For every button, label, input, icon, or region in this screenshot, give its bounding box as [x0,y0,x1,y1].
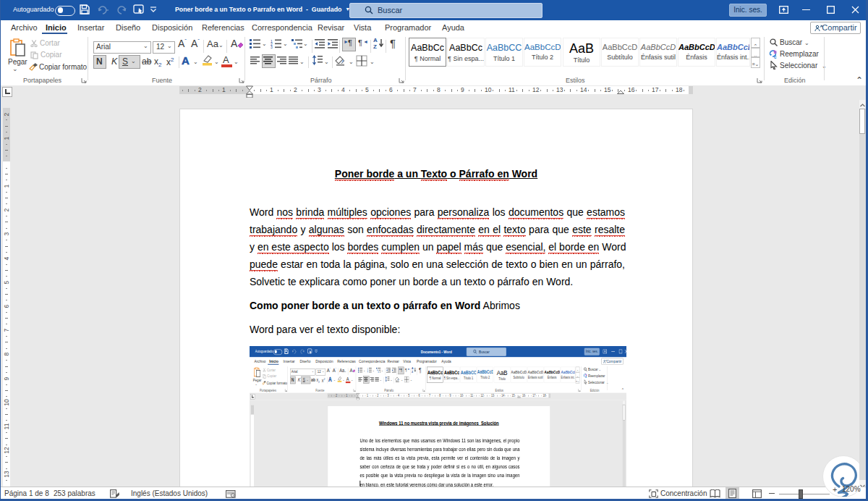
svg-text:c: c [586,376,587,379]
svg-text:3: 3 [271,45,273,49]
svg-text:3: 3 [367,371,368,373]
svg-text:c: c [774,54,777,59]
